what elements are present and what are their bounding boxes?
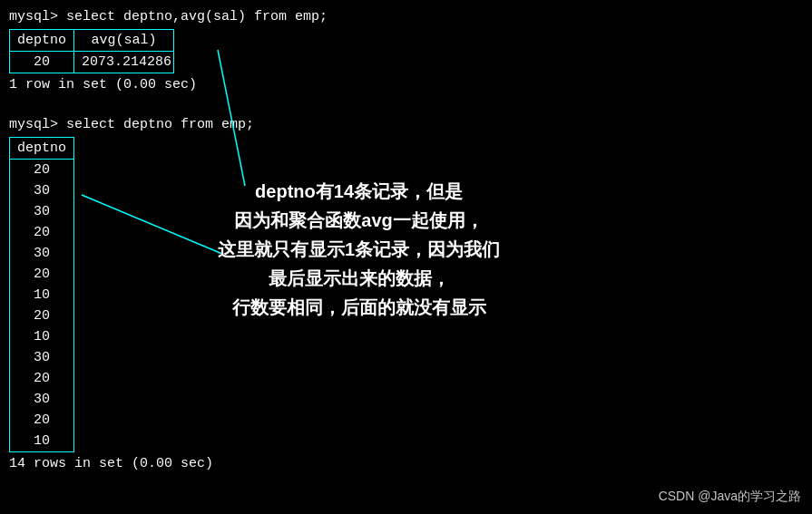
table-row: 10	[10, 326, 73, 347]
table-row: 20	[10, 305, 73, 326]
query1-header-row: deptno avg(sal)	[10, 30, 173, 52]
annotation-box: deptno有14条记录，但是 因为和聚合函数avg一起使用， 这里就只有显示1…	[218, 177, 500, 322]
annotation-line3: 这里就只有显示1条记录，因为我们	[218, 235, 500, 264]
cell-deptno-value: 30	[10, 201, 73, 222]
table-row: 30	[10, 243, 73, 264]
table-row: 20	[10, 222, 73, 243]
table-row: 20	[10, 264, 73, 285]
table-row: 30	[10, 201, 73, 222]
query1-table: deptno avg(sal) 20 2073.214286	[9, 29, 174, 73]
query2-prompt: mysql> select deptno from emp;	[9, 115, 803, 135]
table-row: 10	[10, 285, 73, 305]
cell-deptno-value: 20	[10, 160, 73, 180]
cell-deptno-value: 30	[10, 347, 73, 368]
table-row: 20	[10, 368, 73, 389]
terminal: mysql> select deptno,avg(sal) from emp; …	[0, 0, 812, 514]
annotation-line1: deptno有14条记录，但是	[218, 177, 500, 206]
cell-deptno-value: 30	[10, 180, 73, 201]
table-row: 30	[10, 347, 73, 368]
cell-deptno-value: 10	[10, 326, 73, 347]
cell-deptno-value: 20	[10, 410, 73, 431]
table-row: 20	[10, 410, 73, 431]
annotation-line2: 因为和聚合函数avg一起使用，	[218, 206, 500, 235]
watermark: CSDN @Java的学习之路	[659, 489, 801, 505]
cell-deptno-value: 10	[10, 431, 73, 451]
cell-deptno-value: 20	[10, 368, 73, 389]
query2-data-rows: 2030302030201020103020302010	[10, 160, 73, 451]
query1-val-deptno: 20	[10, 52, 73, 73]
query1-data-row: 20 2073.214286	[10, 52, 173, 73]
cell-deptno-value: 20	[10, 264, 73, 285]
table-row: 30	[10, 389, 73, 410]
annotation-line5: 行数要相同，后面的就没有显示	[218, 293, 500, 322]
cell-deptno-value: 10	[10, 285, 73, 305]
query1-prompt: mysql> select deptno,avg(sal) from emp;	[9, 7, 803, 27]
cell-deptno-value: 20	[10, 222, 73, 243]
query2-table-wrap: deptno 2030302030201020103020302010	[9, 135, 74, 454]
query2-table: deptno 2030302030201020103020302010	[9, 137, 74, 452]
query1-val-avg: 2073.214286	[73, 52, 173, 73]
table-row: 20	[10, 160, 73, 180]
blank-line	[9, 95, 803, 115]
query2-result: 14 rows in set (0.00 sec)	[9, 454, 803, 474]
query1-result: 1 row in set (0.00 sec)	[9, 75, 803, 95]
query2-col-deptno: deptno	[10, 138, 73, 159]
table-row: 10	[10, 431, 73, 451]
cell-deptno-value: 20	[10, 305, 73, 326]
cell-deptno-value: 30	[10, 243, 73, 264]
svg-line-1	[82, 195, 222, 254]
annotation-line4: 最后显示出来的数据，	[218, 264, 500, 293]
table-row: 30	[10, 180, 73, 201]
query1-col-avg: avg(sal)	[73, 30, 173, 51]
query1-col-deptno: deptno	[10, 30, 73, 51]
cell-deptno-value: 30	[10, 389, 73, 410]
query2-header-row: deptno	[10, 138, 73, 160]
